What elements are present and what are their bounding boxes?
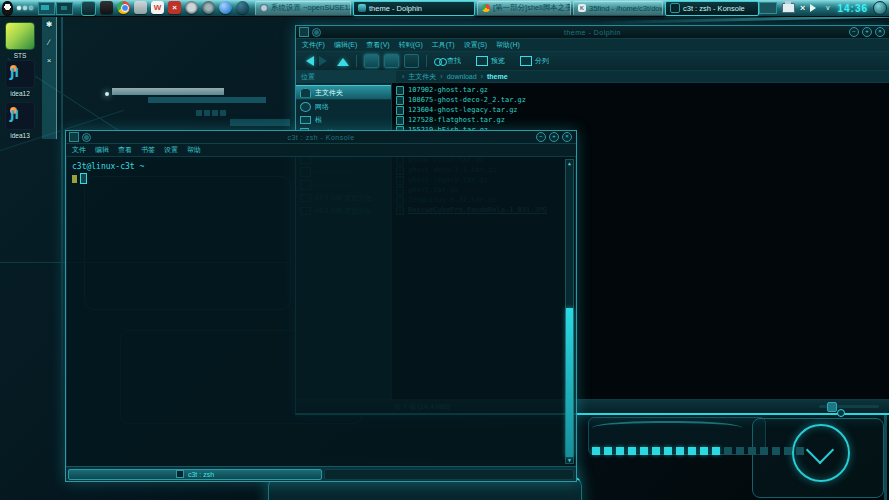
menu-edit[interactable]: 编辑(E) — [334, 40, 357, 50]
terminal-icon[interactable] — [81, 1, 96, 16]
tab-terminal-icon — [176, 470, 184, 478]
menu-view[interactable]: 查看(V) — [366, 40, 389, 50]
find-button[interactable]: 查找 — [434, 56, 461, 66]
desktop-icon-label: STS — [1, 52, 39, 59]
menu-file[interactable]: 文件(F) — [302, 40, 325, 50]
wrench-icon[interactable]: ∕ — [48, 39, 49, 47]
network-icon — [300, 102, 311, 112]
breadcrumb: › 主文件夹 › download › theme — [396, 72, 508, 82]
paint-icon[interactable] — [100, 1, 113, 14]
media-icon[interactable] — [202, 1, 215, 14]
breadcrumb-theme[interactable]: theme — [487, 73, 508, 80]
wallpaper-square-band — [592, 447, 804, 455]
zoom-slider-knob[interactable] — [827, 402, 837, 412]
file-item[interactable]: 108675-ghost-deco-2_2.tar.gz — [396, 95, 889, 105]
places-item-home[interactable]: 主文件夹 — [296, 85, 391, 100]
menu-help[interactable]: 帮助 — [187, 145, 201, 155]
pager-desktop-2[interactable] — [56, 2, 73, 15]
breadcrumb-download[interactable]: download — [447, 73, 477, 80]
menu-settings[interactable]: 设置(S) — [464, 40, 487, 50]
minimize-button[interactable]: − — [536, 132, 546, 142]
klipper-x-icon[interactable]: × — [800, 3, 805, 13]
prompt-line: c3t@linux-c3t ~ — [72, 162, 576, 171]
dolphin-toolbar: 查找 预览 分列 — [296, 52, 889, 71]
task-chrome-shell-article[interactable]: [第一部分]shell脚本之变量… — [477, 1, 571, 16]
file-item[interactable]: 127528-flatghost.tar.gz — [396, 115, 889, 125]
places-item-network[interactable]: 网络 — [296, 100, 391, 113]
close-icon[interactable]: × — [47, 57, 52, 65]
desktop-icon-idea13[interactable]: JI idea13 — [1, 102, 39, 139]
desktop-pager[interactable] — [38, 2, 73, 15]
menu-file[interactable]: 文件 — [72, 145, 86, 155]
quick-launchers: W × — [81, 1, 249, 16]
panel-dots — [17, 6, 33, 10]
web-globe-icon[interactable] — [219, 1, 232, 14]
wps-icon[interactable]: W — [151, 1, 164, 14]
menu-go[interactable]: 转到(G) — [399, 40, 423, 50]
plasma-toolbox[interactable]: ✱ ∕ × — [42, 16, 57, 139]
camera-icon[interactable] — [185, 1, 198, 14]
pager-desktop-1[interactable] — [38, 2, 55, 15]
app-menu-tux-icon[interactable] — [2, 1, 13, 16]
dolphin-titlebar[interactable]: theme - Dolphin − + × — [296, 26, 889, 39]
archive-icon — [396, 96, 404, 105]
volume-icon[interactable] — [810, 4, 820, 12]
task-dolphin[interactable]: theme - Dolphin — [353, 1, 475, 16]
dolphin-menubar: 文件(F) 编辑(E) 查看(V) 转到(G) 工具(T) 设置(S) 帮助(H… — [296, 39, 889, 52]
scroll-up-icon[interactable]: ▲ — [566, 160, 573, 166]
documents-icon[interactable] — [134, 1, 147, 14]
breadcrumb-home[interactable]: 主文件夹 — [408, 72, 436, 82]
konsole-titlebar[interactable]: c3t : zsh - Konsole − + × — [66, 131, 576, 144]
menu-edit[interactable]: 编辑 — [95, 145, 109, 155]
minimize-button[interactable]: − — [849, 27, 859, 37]
task-kfind[interactable]: K 35find - /home/c3t/dow… — [573, 1, 663, 16]
panel-corner-button[interactable] — [873, 1, 887, 15]
split-button[interactable]: 分列 — [520, 56, 549, 66]
archive-icon — [396, 106, 404, 115]
desktop-icon-sts[interactable]: STS — [1, 22, 39, 59]
maximize-button[interactable]: + — [549, 132, 559, 142]
details-view-button[interactable] — [384, 54, 399, 68]
menu-settings[interactable]: 设置 — [164, 145, 178, 155]
menu-bookmarks[interactable]: 书签 — [141, 145, 155, 155]
tabbar-empty-track — [324, 469, 574, 480]
desktop-icon-idea12[interactable]: JI idea12 — [1, 60, 39, 97]
tray-widget[interactable] — [759, 2, 777, 14]
menu-help[interactable]: 帮助(H) — [496, 40, 520, 50]
desktop-icon-label: idea12 — [1, 90, 39, 97]
up-button[interactable] — [337, 52, 349, 66]
menu-tools[interactable]: 工具(T) — [432, 40, 455, 50]
red-x-app-icon[interactable]: × — [168, 1, 181, 14]
scroll-down-icon[interactable]: ▼ — [566, 457, 573, 463]
close-button[interactable]: × — [875, 27, 885, 37]
dolphin-navbar: 位置 › 主文件夹 › download › theme — [296, 71, 889, 83]
terminal-area[interactable]: c3t@linux-c3t ~ ▲ ▼ — [66, 157, 576, 466]
places-item-root[interactable]: 根 — [296, 113, 391, 126]
printer-icon[interactable] — [782, 3, 795, 13]
archive-icon — [396, 116, 404, 125]
chevron-icon: › — [402, 73, 404, 80]
close-button[interactable]: × — [562, 132, 572, 142]
gear-icon[interactable]: ✱ — [46, 21, 53, 29]
menu-view[interactable]: 查看 — [118, 145, 132, 155]
back-button[interactable] — [301, 56, 314, 66]
maximize-button[interactable]: + — [862, 27, 872, 37]
forward-button[interactable] — [319, 56, 332, 66]
sphere-browser-icon[interactable] — [236, 1, 249, 14]
columns-view-button[interactable] — [404, 54, 419, 68]
icons-view-button[interactable] — [364, 54, 379, 68]
file-item[interactable]: 123604-ghost-legacy.tar.gz — [396, 105, 889, 115]
scrollbar-thumb[interactable] — [566, 308, 573, 456]
wallpaper-outline — [752, 418, 884, 498]
task-konsole[interactable]: c3t : zsh - Konsole — [665, 1, 759, 16]
chevron-down-icon[interactable]: ∨ — [825, 4, 830, 12]
preview-button[interactable]: 预览 — [476, 56, 505, 66]
places-panel-header: 位置 — [296, 71, 396, 82]
tab-zsh[interactable]: c3t : zsh — [68, 469, 322, 480]
panel-clock[interactable]: 14:36 — [837, 3, 868, 14]
file-item[interactable]: 107902-ghost.tar.gz — [396, 85, 889, 95]
wallpaper-swoosh — [592, 421, 742, 435]
chrome-icon[interactable] — [117, 1, 130, 14]
task-systemsettings[interactable]: 系统设置 ~openSUSE12.3 — [255, 1, 351, 16]
terminal-scrollbar[interactable]: ▲ ▼ — [565, 159, 574, 464]
